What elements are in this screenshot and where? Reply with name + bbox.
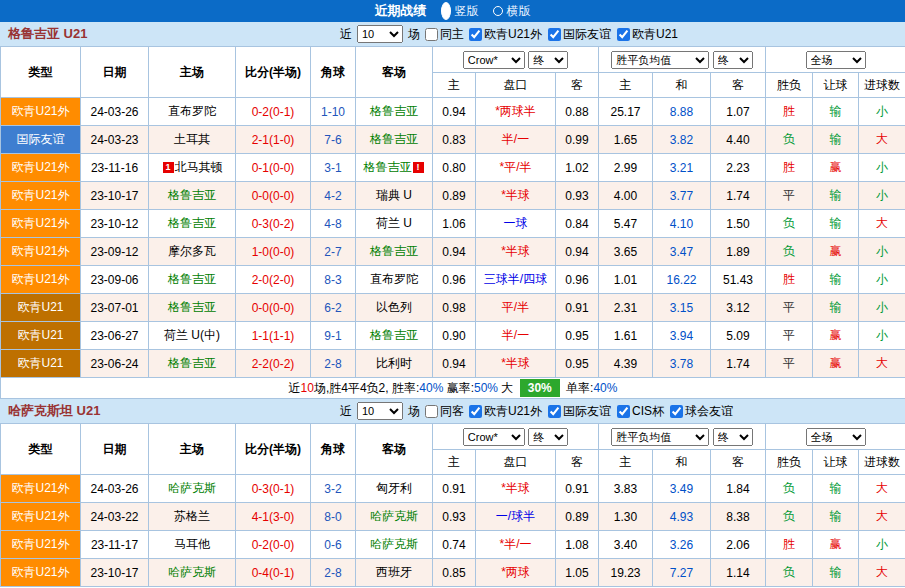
home-team[interactable]: 土耳其 [149,126,236,154]
home-odds: 0.93 [433,503,476,531]
home-team-name: 格鲁吉亚 [168,272,216,286]
league-checkbox[interactable]: 国际友谊 [548,403,611,420]
home-team[interactable]: 荷兰 U(中) [149,322,236,350]
odds-stage-select[interactable]: 终 [528,51,568,69]
handicap-line: *半/一 [476,531,556,559]
col-home: 主场 [149,47,236,98]
scope-select[interactable]: 全场 [806,51,866,69]
col-score: 比分(半场) [236,47,311,98]
home-team[interactable]: 格鲁吉亚 [149,294,236,322]
home-team[interactable]: 哈萨克斯 [149,559,236,587]
radio-horizontal-layout[interactable]: 横版 [493,3,531,20]
checkbox-input[interactable] [548,28,561,41]
avg-stage-select[interactable]: 终 [713,51,753,69]
match-score: 0-3(0-2) [236,210,311,238]
match-row: 欧青U2123-06-27荷兰 U(中)1-1(1-1)9-1格鲁吉亚0.90半… [1,322,905,350]
result-label: 平 [766,294,813,322]
away-team[interactable]: 格鲁吉亚! [356,154,433,182]
away-team[interactable]: 瑞典 U [356,182,433,210]
home-team[interactable]: 摩尔多瓦 [149,238,236,266]
home-team-name: 格鲁吉亚 [168,300,216,314]
match-row: 欧青U21外23-09-06格鲁吉亚2-0(2-0)8-3直布罗陀0.96三球半… [1,266,905,294]
handicap-result-label: 输 [813,98,859,126]
checkbox-input[interactable] [425,405,438,418]
odds-company-select[interactable]: Crow* [463,428,525,446]
league-checkbox-label: 欧青U21外 [484,403,542,420]
home-team[interactable]: 直布罗陀 [149,98,236,126]
checkbox-input[interactable] [548,405,561,418]
match-type-badge: 欧青U21 [1,350,81,378]
match-score: 2-0(2-0) [236,266,311,294]
match-count-select[interactable]: 10 [357,25,403,43]
checkbox-input[interactable] [425,28,438,41]
home-team[interactable]: 苏格兰 [149,503,236,531]
away-team[interactable]: 以色列 [356,294,433,322]
home-team[interactable]: 格鲁吉亚 [149,210,236,238]
league-checkbox[interactable]: 欧青U21 [617,26,678,43]
away-odds: 0.95 [556,350,599,378]
checkbox-input[interactable] [617,28,630,41]
checkbox-input[interactable] [469,28,482,41]
avg-home-odds: 5.47 [599,210,653,238]
avg-draw-odds: 7.27 [653,559,711,587]
avg-away-odds: 1.74 [711,182,766,210]
corner-count: 7-6 [311,126,356,154]
match-type-badge: 欧青U21外 [1,475,81,503]
away-team[interactable]: 西班牙 [356,559,433,587]
home-team[interactable]: 格鲁吉亚 [149,350,236,378]
away-odds: 0.88 [556,98,599,126]
match-type-badge: 欧青U21外 [1,266,81,294]
league-checkbox[interactable]: 球会友谊 [670,403,733,420]
league-checkbox[interactable]: CIS杯 [617,403,664,420]
away-team[interactable]: 哈萨克斯 [356,503,433,531]
home-team[interactable]: 哈萨克斯 [149,475,236,503]
col-corner: 角球 [311,424,356,475]
match-score: 0-2(0-0) [236,531,311,559]
home-team[interactable]: 格鲁吉亚 [149,266,236,294]
league-checkbox[interactable]: 欧青U21外 [469,26,542,43]
away-team[interactable]: 格鲁吉亚 [356,126,433,154]
avg-type-select[interactable]: 胜平负均值 [611,51,709,69]
checkbox-input[interactable] [617,405,630,418]
subcol-avg-home: 主 [599,73,653,98]
avg-stage-select[interactable]: 终 [713,428,753,446]
scope-select[interactable]: 全场 [806,428,866,446]
goals-result-label: 大 [859,503,905,531]
avg-draw-odds: 3.15 [653,294,711,322]
avg-draw-odds: 4.10 [653,210,711,238]
match-type-badge: 欧青U21外 [1,182,81,210]
away-team-name: 匈牙利 [376,481,412,495]
corner-count: 4-2 [311,182,356,210]
matches-tbody: 欧青U21外24-03-26哈萨克斯0-3(0-1)3-2匈牙利0.91*半球0… [1,475,905,587]
home-team[interactable]: 马耳他 [149,531,236,559]
away-team[interactable]: 格鲁吉亚 [356,238,433,266]
avg-home-odds: 1.30 [599,503,653,531]
match-row: 欧青U21外23-09-12摩尔多瓦1-0(0-0)2-7格鲁吉亚0.94*半球… [1,238,905,266]
away-team[interactable]: 荷兰 U [356,210,433,238]
league-checkbox-label: 欧青U21外 [484,26,542,43]
away-team[interactable]: 格鲁吉亚 [356,98,433,126]
match-type-badge: 欧青U21外 [1,238,81,266]
same-venue-label: 同客 [440,403,464,420]
match-row: 欧青U21外23-10-17哈萨克斯0-4(0-1)2-8西班牙0.85*两球1… [1,559,905,587]
checkbox-input[interactable] [670,405,683,418]
away-team[interactable]: 比利时 [356,350,433,378]
home-team[interactable]: 1北马其顿 [149,154,236,182]
avg-home-odds: 2.99 [599,154,653,182]
away-team[interactable]: 直布罗陀 [356,266,433,294]
checkbox-input[interactable] [469,405,482,418]
away-team-name: 直布罗陀 [370,272,418,286]
league-checkbox[interactable]: 国际友谊 [548,26,611,43]
home-team[interactable]: 格鲁吉亚 [149,182,236,210]
match-count-select[interactable]: 10 [357,402,403,420]
avg-type-select[interactable]: 胜平负均值 [611,428,709,446]
same-venue-checkbox[interactable]: 同客 [425,403,464,420]
same-venue-checkbox[interactable]: 同主 [425,26,464,43]
league-checkbox[interactable]: 欧青U21外 [469,403,542,420]
away-team[interactable]: 格鲁吉亚 [356,322,433,350]
away-team[interactable]: 哈萨克斯 [356,531,433,559]
odds-company-select[interactable]: Crow* [463,51,525,69]
away-team[interactable]: 匈牙利 [356,475,433,503]
radio-vertical-layout[interactable]: 竖版 [441,2,479,20]
odds-stage-select[interactable]: 终 [528,428,568,446]
